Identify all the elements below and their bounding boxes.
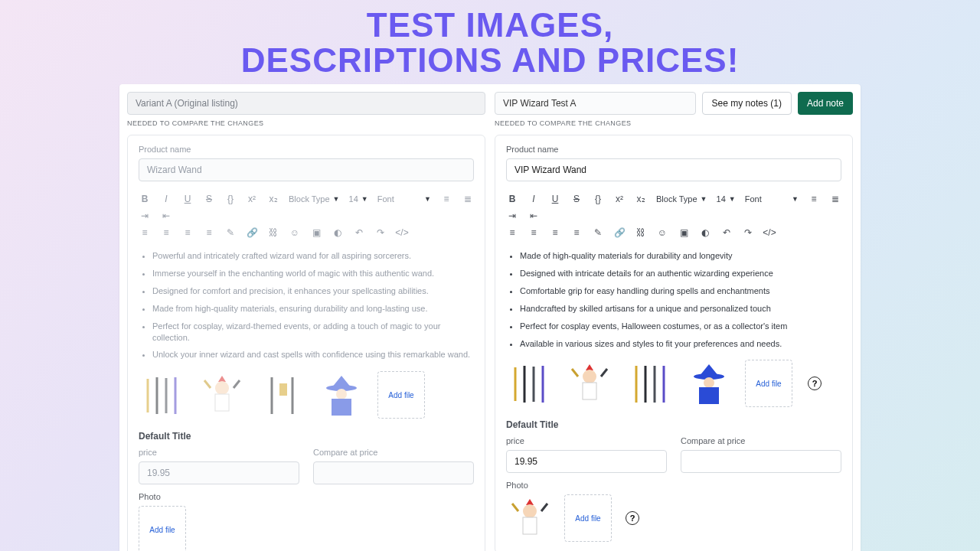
compare-price-input[interactable] bbox=[681, 450, 841, 473]
font-caret-icon[interactable]: ▼ bbox=[792, 195, 799, 203]
code-block-icon[interactable]: {} bbox=[224, 194, 237, 204]
svg-rect-10 bbox=[279, 383, 287, 396]
align-justify-icon[interactable]: ≡ bbox=[203, 227, 215, 238]
image-thumb[interactable] bbox=[626, 360, 673, 407]
list-item: Comfortable grip for easy handling durin… bbox=[520, 285, 841, 297]
svg-point-13 bbox=[336, 389, 347, 399]
subscript-icon[interactable]: x₂ bbox=[635, 194, 647, 204]
align-justify-icon[interactable]: ≡ bbox=[570, 227, 583, 238]
add-file-button[interactable]: Add file bbox=[377, 371, 425, 419]
description-list[interactable]: Made of high-quality materials for durab… bbox=[520, 250, 841, 349]
list-item: Designed with intricate details for an a… bbox=[520, 268, 841, 279]
superscript-icon[interactable]: x² bbox=[246, 194, 258, 204]
hero-line-2: DESCRIPTIONS AND PRICES! bbox=[0, 43, 980, 78]
indent-icon[interactable]: ⇥ bbox=[139, 210, 151, 221]
svg-rect-30 bbox=[699, 387, 719, 404]
see-notes-button[interactable]: See my notes (1) bbox=[702, 92, 792, 115]
svg-line-34 bbox=[512, 504, 518, 511]
svg-line-7 bbox=[204, 380, 211, 388]
redo-icon[interactable]: ↷ bbox=[374, 227, 387, 238]
list-item: Designed for comfort and precision, it e… bbox=[152, 285, 474, 297]
add-file-button[interactable]: Add file bbox=[139, 506, 186, 551]
list-ul-icon[interactable]: ≡ bbox=[440, 194, 452, 204]
align-right-icon[interactable]: ≡ bbox=[549, 227, 561, 238]
underline-icon[interactable]: U bbox=[181, 194, 194, 204]
image-icon[interactable]: ▣ bbox=[310, 227, 322, 238]
align-left-icon[interactable]: ≡ bbox=[506, 227, 518, 238]
list-ul-icon[interactable]: ≡ bbox=[808, 194, 820, 204]
default-title-heading: Default Title bbox=[139, 431, 474, 442]
align-right-icon[interactable]: ≡ bbox=[181, 227, 194, 238]
strike-icon[interactable]: S bbox=[203, 194, 215, 204]
outdent-icon[interactable]: ⇤ bbox=[160, 210, 172, 221]
align-left-icon[interactable]: ≡ bbox=[139, 227, 151, 238]
list-item: Perfect for cosplay events, Halloween co… bbox=[520, 321, 841, 332]
underline-icon[interactable]: U bbox=[549, 194, 561, 204]
emoji-icon[interactable]: ☺ bbox=[656, 227, 668, 238]
outdent-icon[interactable]: ⇤ bbox=[528, 210, 540, 221]
block-type-select[interactable]: Block Type ▼ bbox=[289, 194, 340, 204]
image-thumb[interactable] bbox=[566, 360, 613, 407]
color-icon[interactable]: ✎ bbox=[224, 227, 237, 238]
product-name-input[interactable] bbox=[506, 158, 841, 181]
undo-icon[interactable]: ↶ bbox=[720, 227, 733, 238]
price-label: price bbox=[139, 448, 299, 457]
align-center-icon[interactable]: ≡ bbox=[160, 227, 172, 238]
price-input[interactable] bbox=[506, 450, 667, 473]
block-type-select[interactable]: Block Type ▼ bbox=[656, 194, 707, 204]
list-ol-icon[interactable]: ≣ bbox=[462, 194, 474, 204]
svg-marker-19 bbox=[586, 364, 593, 370]
product-card: Product name B I U S {} x² x₂ Block Type… bbox=[495, 135, 853, 551]
rich-text-toolbar: B I U S {} x² x₂ Block Type ▼ 14 ▼ Font … bbox=[506, 191, 841, 241]
link-icon[interactable]: 🔗 bbox=[613, 227, 626, 238]
svg-line-8 bbox=[234, 380, 240, 388]
add-note-button[interactable]: Add note bbox=[798, 92, 853, 115]
font-size-select[interactable]: 14 ▼ bbox=[349, 194, 368, 204]
rich-text-toolbar: B I U S {} x² x₂ Block Type ▼ 14 ▼ Font … bbox=[139, 191, 474, 241]
indent-icon[interactable]: ⇥ bbox=[506, 210, 518, 221]
list-item: Powerful and intricately crafted wizard … bbox=[152, 250, 474, 262]
add-file-button[interactable]: Add file bbox=[745, 360, 792, 407]
link-icon[interactable]: 🔗 bbox=[246, 227, 258, 238]
font-caret-icon[interactable]: ▼ bbox=[424, 195, 431, 203]
image-thumb[interactable] bbox=[258, 371, 305, 419]
unlink-icon[interactable]: ⛓ bbox=[267, 227, 279, 238]
font-select[interactable]: Font bbox=[745, 194, 762, 204]
image-icon[interactable]: ▣ bbox=[678, 227, 690, 238]
code-block-icon[interactable]: {} bbox=[592, 194, 604, 204]
html-icon[interactable]: </> bbox=[763, 227, 776, 238]
subscript-icon[interactable]: x₂ bbox=[267, 194, 279, 204]
bold-icon[interactable]: B bbox=[506, 194, 518, 204]
help-icon[interactable]: ? bbox=[626, 511, 639, 525]
add-file-button[interactable]: Add file bbox=[564, 494, 612, 542]
compare-price-input bbox=[313, 461, 474, 484]
image-thumb[interactable] bbox=[506, 494, 554, 542]
image-thumb[interactable] bbox=[198, 371, 246, 419]
emoji-icon[interactable]: ☺ bbox=[289, 227, 301, 238]
html-icon[interactable]: </> bbox=[396, 227, 408, 238]
clear-icon[interactable]: ◐ bbox=[699, 227, 711, 238]
strike-icon[interactable]: S bbox=[570, 194, 583, 204]
svg-line-35 bbox=[541, 504, 547, 511]
italic-icon[interactable]: I bbox=[160, 194, 172, 204]
undo-icon[interactable]: ↶ bbox=[353, 227, 365, 238]
font-select[interactable]: Font bbox=[377, 194, 394, 204]
italic-icon[interactable]: I bbox=[528, 194, 540, 204]
bold-icon[interactable]: B bbox=[139, 194, 151, 204]
list-item: Made of high-quality materials for durab… bbox=[520, 250, 841, 262]
variant-name-input[interactable] bbox=[495, 92, 696, 115]
image-thumb[interactable] bbox=[139, 371, 186, 419]
color-icon[interactable]: ✎ bbox=[592, 227, 604, 238]
image-thumb[interactable] bbox=[506, 360, 554, 407]
font-size-select[interactable]: 14 ▼ bbox=[717, 194, 736, 204]
align-center-icon[interactable]: ≡ bbox=[528, 227, 540, 238]
image-thumb[interactable] bbox=[318, 371, 365, 419]
help-icon[interactable]: ? bbox=[808, 377, 822, 390]
list-ol-icon[interactable]: ≣ bbox=[829, 194, 841, 204]
variant-a-column: NEEDED TO COMPARE THE CHANGES Product na… bbox=[127, 92, 485, 551]
unlink-icon[interactable]: ⛓ bbox=[635, 227, 647, 238]
redo-icon[interactable]: ↷ bbox=[742, 227, 754, 238]
superscript-icon[interactable]: x² bbox=[613, 194, 626, 204]
clear-icon[interactable]: ◐ bbox=[332, 227, 344, 238]
image-thumb[interactable] bbox=[685, 360, 733, 407]
